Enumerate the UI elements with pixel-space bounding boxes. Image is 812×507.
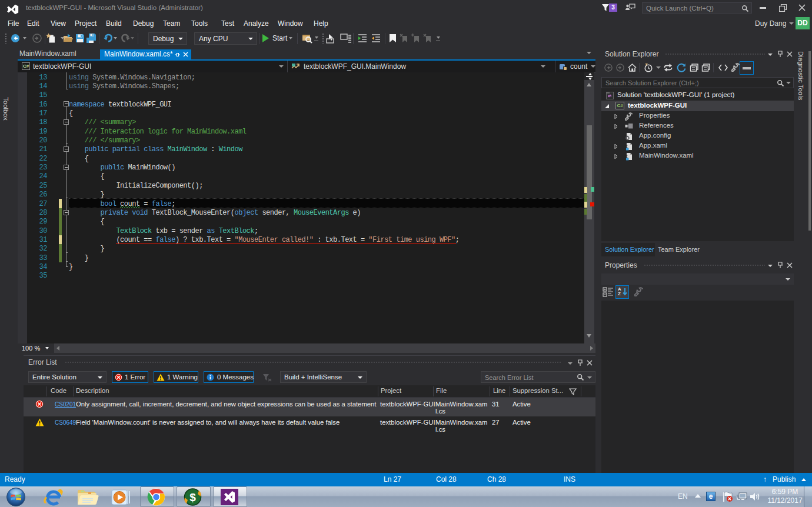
svg-text:$: $ xyxy=(189,491,196,503)
